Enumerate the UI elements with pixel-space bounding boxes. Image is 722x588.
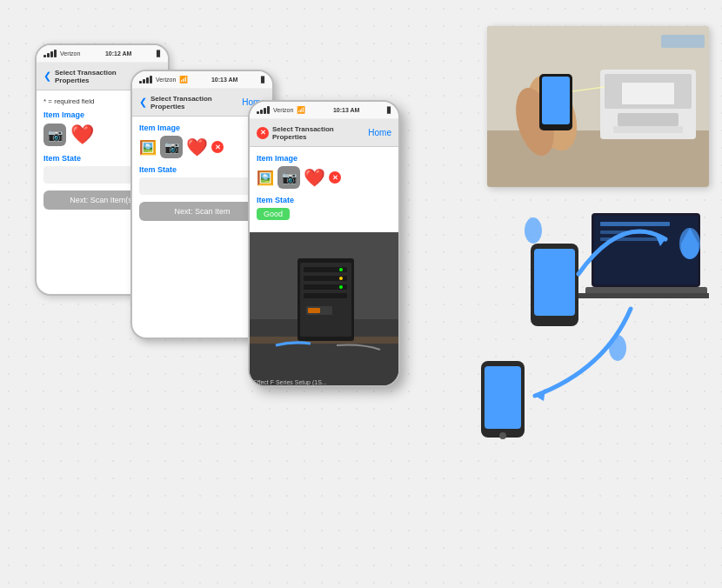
item-state-good-badge: Good (257, 208, 290, 220)
phone1-back-btn[interactable]: ❮ (43, 70, 51, 82)
server-image: Effect F Series Setup (1S... (250, 232, 398, 387)
heart-icon-3[interactable]: ❤️ (304, 167, 325, 188)
wifi-icon-3: 📶 (297, 106, 305, 114)
phone3-nav-bar: ✕ Select Transaction Properties Home (250, 119, 398, 147)
signal-bar-4 (267, 106, 270, 114)
svg-rect-36 (485, 366, 521, 429)
sync-svg (465, 196, 709, 457)
phone1-time: 10:12 AM (105, 50, 131, 57)
svg-rect-25 (661, 35, 705, 48)
phone2-state-input[interactable] (139, 177, 265, 195)
signal-bar-1 (43, 55, 46, 57)
phone1-carrier: Verizon (60, 50, 80, 57)
phone3-status-bar: Verizon 📶 10:13 AM ▊ (250, 102, 398, 119)
svg-rect-18 (618, 113, 679, 126)
phone2-status-right: ▊ (261, 77, 265, 84)
svg-rect-19 (622, 83, 674, 104)
signal-bar-4 (150, 76, 152, 84)
signal-bar-3 (146, 77, 149, 84)
phone3-nav-title: Select Transaction Properties (272, 125, 364, 141)
svg-point-11 (339, 285, 343, 289)
phone2-item-image-label: Item Image (139, 124, 265, 132)
phone3-signal (257, 106, 270, 114)
phone1-nav-title: Select Transaction Properties (55, 69, 134, 84)
phone2-carrier: Verizon (156, 77, 176, 83)
svg-rect-24 (542, 77, 570, 124)
svg-rect-13 (308, 308, 320, 313)
phone2-nav-title: Select Transaction Properties (150, 95, 238, 110)
wifi-icon: 📶 (179, 76, 188, 84)
phone2-icons-row: 🖼️ 📷 ❤️ ✕ (139, 136, 265, 158)
signal-bar-3 (50, 51, 53, 57)
phone3-item-image-label: Item Image (257, 154, 391, 163)
phone3-content: Item Image 🖼️ 📷 ❤️ ✕ Item State Good (250, 147, 398, 232)
gallery-icon[interactable]: 🖼️ (139, 139, 157, 156)
close-btn-2[interactable]: ✕ (211, 141, 224, 153)
phone3-carrier: Verizon (273, 107, 293, 113)
phone2-back-btn[interactable]: ❮ (139, 97, 147, 108)
phone2-status-left: Verizon 📶 (139, 76, 188, 84)
phone2-status-bar: Verizon 📶 10:13 AM ▊ (132, 71, 272, 89)
phone2-item-state-label: Item State (139, 165, 265, 174)
svg-point-10 (339, 277, 343, 280)
gallery-icon-3[interactable]: 🖼️ (257, 170, 274, 186)
phone3-close-btn[interactable]: ✕ (257, 127, 269, 139)
phone2-signal (139, 76, 152, 84)
phone1-signal (43, 50, 57, 57)
phone3-item-state-label: Item State (257, 196, 391, 204)
phone2-time: 10:13 AM (211, 77, 237, 83)
right-section (457, 17, 709, 496)
battery-icon: ▊ (157, 50, 161, 57)
svg-rect-4 (300, 263, 351, 337)
svg-marker-42 (535, 389, 545, 401)
signal-bar-1 (257, 111, 259, 114)
svg-rect-39 (534, 249, 575, 316)
photo-top (487, 26, 709, 187)
phone-3: Verizon 📶 10:13 AM ▊ ✕ Select Transactio… (248, 100, 400, 387)
svg-rect-8 (304, 293, 347, 298)
signal-bar-4 (54, 50, 57, 57)
close-btn-3[interactable]: ✕ (329, 171, 341, 184)
camera-icon-2[interactable]: 📷 (160, 136, 183, 158)
phone3-status-left: Verizon 📶 (257, 106, 305, 114)
svg-point-40 (525, 217, 542, 244)
svg-rect-20 (613, 126, 683, 133)
phone3-icons-row: 🖼️ 📷 ❤️ ✕ (257, 166, 391, 189)
heart-icon-2[interactable]: ❤️ (186, 137, 208, 157)
phone3-status-right: ▊ (387, 107, 391, 114)
person-scanning-illustration (487, 26, 709, 187)
svg-rect-28 (600, 222, 670, 226)
phone3-image-area: Effect F Series Setup (1S... (250, 232, 398, 387)
battery-icon-3: ▊ (387, 107, 391, 114)
image-caption: Effect F Series Setup (1S... (253, 379, 327, 385)
battery-icon-2: ▊ (261, 77, 265, 84)
main-container: Mean State Verizon 10:12 AM ▊ (0, 0, 722, 588)
phone1-status-bar: Verizon 10:12 AM ▊ (37, 45, 168, 63)
phones-section: Verizon 10:12 AM ▊ ❮ Select Transaction … (17, 17, 478, 478)
signal-bar-1 (139, 81, 142, 84)
svg-point-37 (499, 432, 506, 439)
phone1-status-left: Verizon (43, 50, 80, 57)
photo-top-content (487, 26, 709, 187)
phone3-home-btn[interactable]: Home (368, 128, 391, 137)
heart-icon-1[interactable]: ❤️ (70, 123, 94, 147)
sync-illustration-container (465, 196, 709, 457)
phone2-scan-btn[interactable]: Next: Scan Item (139, 202, 265, 221)
signal-bar-3 (264, 108, 266, 114)
phone3-time: 10:13 AM (333, 107, 359, 113)
signal-bar-2 (143, 79, 145, 84)
svg-rect-32 (574, 293, 709, 298)
server-illustration (250, 232, 398, 387)
camera-icon-3[interactable]: 📷 (277, 166, 300, 189)
phone1-status-right: ▊ (157, 50, 161, 57)
svg-point-9 (339, 268, 343, 271)
signal-bar-2 (260, 110, 263, 114)
camera-icon-1[interactable]: 📷 (43, 124, 66, 146)
signal-bar-2 (47, 53, 50, 57)
